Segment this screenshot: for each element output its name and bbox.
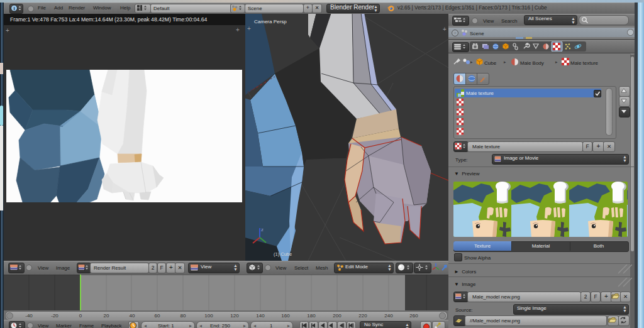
svg-text:120: 120 — [230, 313, 239, 319]
svg-text:(1) Cube: (1) Cube — [274, 251, 292, 257]
svg-text:+: + — [443, 26, 447, 33]
svg-text:180: 180 — [307, 313, 316, 319]
svg-text:260: 260 — [409, 313, 418, 319]
svg-text:220: 220 — [358, 313, 367, 319]
svg-text:z: z — [261, 227, 264, 232]
svg-text:200: 200 — [333, 313, 341, 319]
svg-text:100: 100 — [204, 313, 213, 319]
svg-text:240: 240 — [384, 313, 393, 319]
svg-text:0: 0 — [79, 313, 82, 319]
svg-text:20: 20 — [104, 313, 109, 319]
svg-text:60: 60 — [155, 313, 160, 319]
svg-text:80: 80 — [180, 313, 186, 319]
svg-text:-40: -40 — [25, 313, 33, 319]
svg-text:40: 40 — [130, 313, 135, 319]
svg-text:-20: -20 — [51, 313, 58, 319]
svg-text:160: 160 — [281, 313, 290, 319]
svg-text:Camera Persp: Camera Persp — [254, 19, 287, 25]
svg-text:+: + — [247, 25, 251, 32]
svg-text:i: i — [13, 6, 14, 11]
svg-text:140: 140 — [256, 313, 265, 319]
